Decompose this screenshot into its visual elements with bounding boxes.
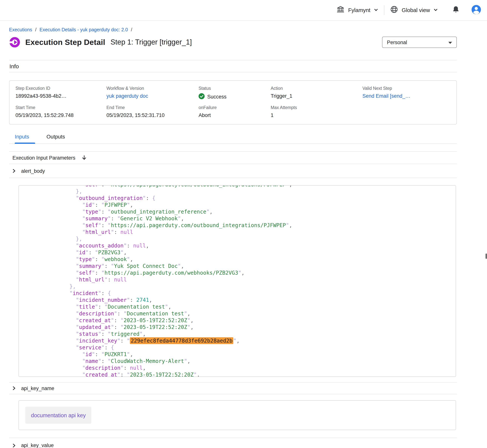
tab-inputs[interactable]: Inputs: [15, 134, 35, 143]
breadcrumb-execution-details[interactable]: Execution Details - yuk pagerduty doc: 2…: [40, 27, 128, 32]
status-badge: Success: [199, 93, 271, 100]
field-value: Trigger_1: [271, 93, 362, 99]
info-field-action: Action Trigger_1: [271, 86, 362, 100]
next-step-link[interactable]: Send Email [send_…: [362, 93, 450, 99]
field-label: Status: [199, 86, 271, 90]
tab-outputs[interactable]: Outputs: [46, 134, 71, 143]
bank-icon: [336, 5, 345, 15]
info-field-max-attempts: Max Attempts 1: [271, 105, 362, 118]
breadcrumb-separator: /: [131, 27, 132, 32]
view-label: Global view: [402, 7, 430, 13]
chevron-right-icon: [12, 169, 16, 173]
scrollbar-thumb[interactable]: [486, 254, 487, 259]
breadcrumb-executions[interactable]: Executions: [9, 27, 32, 32]
section-label: api_key_value: [21, 442, 54, 448]
api-key-name-value-box: documentation api key: [18, 400, 456, 430]
avatar: [471, 4, 481, 16]
chevron-right-icon: [12, 443, 16, 448]
section-api-key-name[interactable]: api_key_name: [9, 382, 457, 394]
app-root: Fylamynt Global view: [0, 0, 487, 448]
info-field-step-execution-id: Step Execution ID 18992a43-9538-4b2…: [16, 86, 106, 100]
main-content: Executions / Execution Details - yuk pag…: [9, 27, 457, 448]
info-field-valid-next-step: Valid Next Step Send Email [send_…: [362, 86, 450, 100]
code-content: "self": "https://api.pagerduty.com/outbo…: [19, 185, 456, 377]
section-api-key-value[interactable]: api_key_value: [9, 438, 457, 448]
execution-input-parameters-header: Execution Input Parameters: [9, 151, 457, 164]
field-value: 1: [271, 112, 362, 118]
field-value: Abort: [199, 112, 271, 118]
info-field-status: Status Success: [199, 86, 271, 100]
section-label: alert_body: [21, 168, 45, 174]
field-value: 05/19/2023, 15:52:31.710: [106, 112, 199, 118]
status-text: Success: [207, 94, 227, 100]
scope-select[interactable]: Personal: [382, 37, 457, 48]
page-header: Execution Step Detail Step 1: Trigger [t…: [9, 36, 457, 49]
field-label: End Time: [106, 105, 199, 110]
chevron-down-icon: [374, 7, 378, 14]
topbar: Fylamynt Global view: [0, 0, 487, 21]
field-value: 18992a43-9538-4b2…: [16, 93, 106, 99]
info-field-end-time: End Time 05/19/2023, 15:52:31.710: [106, 105, 199, 118]
page-title: Execution Step Detail: [25, 38, 105, 47]
page-subtitle: Step 1: Trigger [trigger_1]: [110, 38, 192, 46]
section-alert-body[interactable]: alert_body: [9, 164, 457, 178]
fylamynt-logo-icon: [9, 37, 20, 48]
field-label: Workflow & Version: [106, 86, 199, 90]
info-section-heading: Info: [9, 60, 457, 72]
download-icon[interactable]: [81, 155, 87, 161]
notifications-button[interactable]: [452, 5, 460, 15]
api-key-name-chip: documentation api key: [25, 407, 91, 424]
workflow-link[interactable]: yuk pagerduty doc: [106, 93, 199, 99]
field-value: 05/19/2023, 15:52:29.748: [16, 112, 106, 118]
info-card: Step Execution ID 18992a43-9538-4b2… Wor…: [9, 80, 457, 125]
scope-select-value: Personal: [387, 40, 407, 45]
breadcrumb: Executions / Execution Details - yuk pag…: [9, 27, 457, 32]
user-menu[interactable]: [471, 4, 481, 16]
field-label: Valid Next Step: [362, 86, 450, 90]
caret-down-icon: [448, 40, 452, 45]
org-label: Fylamynt: [348, 7, 370, 13]
chevron-down-icon: [433, 7, 438, 14]
params-heading: Execution Input Parameters: [12, 155, 75, 160]
globe-icon: [390, 5, 398, 15]
alert-body-json-viewer[interactable]: "self": "https://api.pagerduty.com/outbo…: [18, 185, 456, 377]
org-switcher[interactable]: Fylamynt: [331, 5, 384, 15]
field-label: Start Time: [16, 105, 106, 110]
info-field-workflow-version: Workflow & Version yuk pagerduty doc: [106, 86, 199, 100]
success-check-icon: [199, 93, 205, 100]
field-label: Max Attempts: [271, 105, 362, 110]
chevron-right-icon: [12, 386, 16, 391]
breadcrumb-separator: /: [35, 27, 36, 32]
section-label: api_key_name: [21, 385, 54, 391]
view-switcher[interactable]: Global view: [384, 5, 444, 15]
tabs: Inputs Outputs: [9, 134, 457, 144]
bell-icon: [452, 5, 460, 15]
info-field-onfailure: onFailure Abort: [199, 105, 271, 118]
field-label: onFailure: [199, 105, 271, 110]
info-field-start-time: Start Time 05/19/2023, 15:52:29.748: [16, 105, 106, 118]
field-label: Action: [271, 86, 362, 90]
field-label: Step Execution ID: [16, 86, 106, 90]
